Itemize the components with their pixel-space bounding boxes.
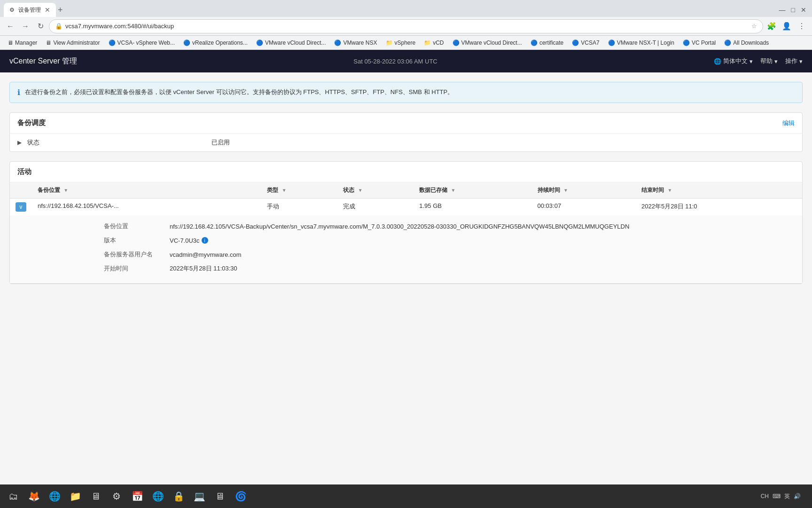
language-label: 简体中文 [723, 57, 748, 65]
taskbar-network-status-icon: 英 [784, 492, 790, 500]
close-window-icon[interactable]: ✕ [799, 4, 808, 16]
bookmark-label-certificate: certificate [539, 40, 563, 46]
taskbar-keyboard-icon: ⌨ [773, 493, 781, 500]
bookmark-label-vmware-vcloud2: VMware vCloud Direct... [461, 40, 522, 46]
bookmark-icon-vrealize: 🔵 [183, 40, 190, 46]
extensions-button[interactable]: 🧩 [765, 20, 778, 33]
action-button[interactable]: 操作 ▾ [785, 57, 803, 65]
activity-section: 活动 备份位置 ▼ 类型 ▼ 状态 ▼ [9, 161, 803, 284]
help-chevron-icon: ▾ [774, 58, 778, 65]
taskbar-remote-icon[interactable]: 🖥 [211, 487, 229, 506]
taskbar-vpn-icon[interactable]: 🔒 [169, 487, 188, 506]
forward-button[interactable]: → [19, 20, 32, 33]
bookmark-certificate[interactable]: 🔵 certificate [527, 39, 567, 47]
bookmark-vsphere[interactable]: 📁 vSphere [382, 39, 420, 47]
help-button[interactable]: 帮助 ▾ [760, 57, 778, 65]
bookmark-vmware-nsx[interactable]: 🔵 VMware NSX [330, 39, 381, 47]
action-chevron-icon: ▾ [799, 58, 803, 65]
taskbar-browser-icon[interactable]: 🦊 [24, 487, 43, 506]
taskbar-language-indicator[interactable]: CH [761, 493, 769, 500]
bookmark-icon-manager: 🖥 [8, 40, 13, 46]
th-data-backed-up[interactable]: 数据已存储 ▼ [414, 183, 531, 198]
app-datetime: Sat 05-28-2022 03:06 AM UTC [353, 58, 437, 65]
bookmark-icon-vcd: 📁 [424, 40, 431, 46]
browser-tab[interactable]: ⚙ 设备管理 ✕ [4, 3, 56, 17]
activity-table: 备份位置 ▼ 类型 ▼ 状态 ▼ 数据已存储 ▼ [10, 183, 802, 284]
th-type[interactable]: 类型 ▼ [261, 183, 337, 198]
tab-close-button[interactable]: ✕ [45, 6, 50, 14]
th-status[interactable]: 状态 ▼ [337, 183, 414, 198]
bookmark-all-downloads[interactable]: 🔵 All Downloads [720, 39, 773, 47]
detail-section: 备份位置 nfs://192.168.42.105/VCSA-Backup/vC… [10, 215, 802, 283]
bookmark-vc-portal[interactable]: 🔵 VC Portal [679, 39, 719, 47]
taskbar-folder-icon[interactable]: 📁 [66, 487, 85, 506]
settings-button[interactable]: ⋮ [795, 20, 808, 33]
bookmark-vrealize[interactable]: 🔵 vRealize Operations... [180, 39, 251, 47]
bookmark-vcsa-vsphere[interactable]: 🔵 VCSA- vSphere Web... [105, 39, 179, 47]
taskbar-apps-icon[interactable]: ⚙ [107, 487, 126, 506]
taskbar-volume-icon[interactable]: 🔊 [794, 493, 801, 500]
new-tab-button[interactable]: + [58, 5, 63, 15]
bookmark-view-admin[interactable]: 🖥 View Administrator [42, 39, 103, 47]
bookmarks-bar: 🖥 Manager 🖥 View Administrator 🔵 VCSA- v… [0, 36, 812, 50]
detail-version-value: VC-7.0U3c [170, 237, 200, 244]
bookmark-icon-vc-portal: 🔵 [683, 40, 690, 46]
address-bar[interactable]: 🔒 vcsa7.myvmware.com:5480/#/ui/backup ☆ [49, 19, 763, 33]
bookmark-star-icon[interactable]: ☆ [751, 23, 757, 30]
taskbar-vnc-icon[interactable]: 🌀 [231, 487, 250, 506]
bookmark-vmware-vcloud2[interactable]: 🔵 VMware vCloud Direct... [449, 39, 526, 47]
taskbar-chrome-icon[interactable]: 🌐 [45, 487, 64, 506]
maximize-icon[interactable]: □ [789, 4, 797, 16]
status-row: ▶ 状态 已启用 [10, 134, 802, 151]
bookmark-label-vc-portal: VC Portal [692, 40, 716, 46]
bookmark-vcsa7[interactable]: 🔵 VCSA7 [568, 39, 603, 47]
row-expand-button[interactable]: ∨ [16, 202, 26, 212]
bookmark-nsx-login[interactable]: 🔵 VMware NSX-T | Login [604, 39, 678, 47]
cell-type: 手动 [261, 198, 337, 216]
bookmark-icon-vmware-vcloud2: 🔵 [453, 40, 460, 46]
detail-backup-location-label: 备份位置 [104, 222, 170, 230]
status-label: 状态 [27, 138, 65, 147]
th-end-time[interactable]: 结束时间 ▼ [636, 183, 802, 198]
row-checkbox-cell: ∨ [10, 198, 32, 216]
version-info-icon[interactable]: i [202, 237, 208, 244]
bookmark-vcd[interactable]: 📁 vCD [420, 39, 447, 47]
taskbar-files-icon[interactable]: 🗂 [4, 487, 23, 506]
backup-schedule-header: 备份调度 编辑 [10, 113, 802, 134]
detail-backup-user-value: vcadmin@myvmware.com [170, 251, 242, 258]
help-label: 帮助 [760, 57, 773, 65]
action-label: 操作 [785, 57, 797, 65]
backup-schedule-section: 备份调度 编辑 ▶ 状态 已启用 [9, 112, 803, 152]
th-type-label: 类型 [267, 187, 278, 193]
expand-status-icon[interactable]: ▶ [17, 139, 22, 146]
bookmark-manager[interactable]: 🖥 Manager [4, 39, 41, 47]
th-duration[interactable]: 持续时间 ▼ [532, 183, 636, 198]
app-header: vCenter Server 管理 Sat 05-28-2022 03:06 A… [0, 50, 812, 72]
lock-icon: 🔒 [55, 23, 62, 30]
minimize-icon[interactable]: — [777, 4, 788, 16]
th-status-label: 状态 [343, 187, 354, 193]
bookmark-icon-vcsa-vsphere: 🔵 [109, 40, 116, 46]
language-selector[interactable]: 🌐 简体中文 ▾ [714, 57, 753, 65]
reload-button[interactable]: ↻ [34, 20, 47, 33]
detail-version-label: 版本 [104, 236, 170, 245]
back-button[interactable]: ← [4, 20, 17, 33]
bookmark-vmware-vcloud1[interactable]: 🔵 VMware vCloud Direct... [252, 39, 329, 47]
th-duration-label: 持续时间 [538, 187, 560, 193]
chevron-down-icon: ▾ [750, 58, 753, 65]
sort-icon-data: ▼ [451, 188, 456, 193]
checkbox-col-header [10, 183, 32, 198]
table-row: ∨ nfs://192.168.42.105/VCSA-... 手动 完成 1.… [10, 198, 802, 216]
edit-button[interactable]: 编辑 [782, 119, 795, 127]
tab-favicon: ⚙ [9, 7, 15, 13]
profile-button[interactable]: 👤 [780, 20, 793, 33]
th-backup-location[interactable]: 备份位置 ▼ [32, 183, 261, 198]
taskbar-calendar-icon[interactable]: 📅 [128, 487, 147, 506]
backup-schedule-title: 备份调度 [17, 119, 46, 127]
bookmark-label-vmware-nsx: VMware NSX [343, 40, 377, 46]
taskbar-network-icon[interactable]: 🌐 [148, 487, 167, 506]
th-data-backed-up-label: 数据已存储 [419, 187, 447, 193]
taskbar-terminal-icon[interactable]: 🖥 [86, 487, 105, 506]
taskbar-system-icon[interactable]: 💻 [190, 487, 209, 506]
th-backup-location-label: 备份位置 [38, 187, 60, 193]
